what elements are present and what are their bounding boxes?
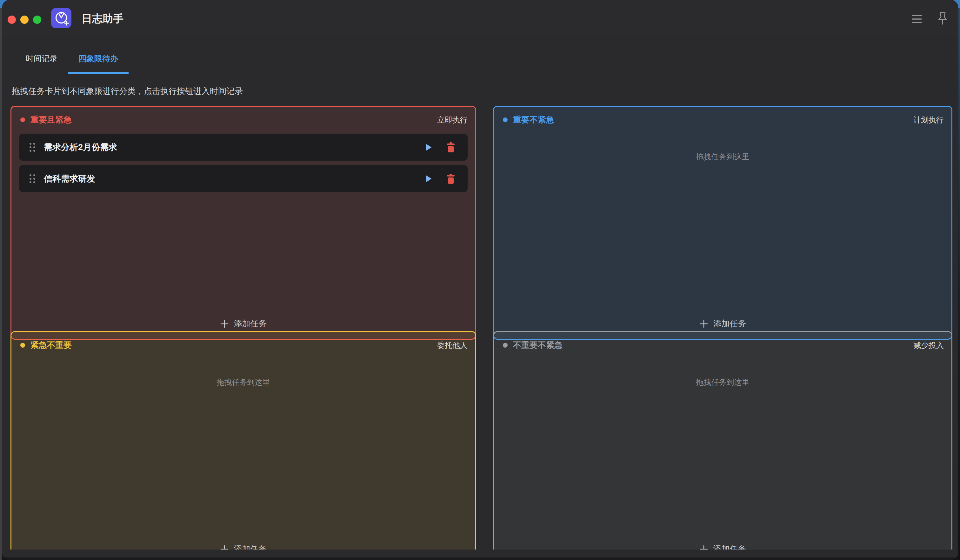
drag-handle-icon[interactable]	[30, 174, 35, 183]
trash-icon[interactable]	[446, 142, 455, 152]
task-card[interactable]: 信科需求研发	[19, 165, 468, 192]
task-drop-zone[interactable]: 需求分析2月份需求	[11, 125, 475, 339]
add-task-button[interactable]: 添加任务	[494, 544, 952, 549]
add-task-button[interactable]: 添加任务	[11, 544, 475, 549]
drop-placeholder: 拖拽任务到这里	[502, 377, 944, 387]
minimize-button[interactable]	[20, 16, 29, 24]
drop-placeholder: 拖拽任务到这里	[19, 377, 468, 387]
add-task-button[interactable]: 添加任务	[494, 318, 952, 329]
task-drop-zone[interactable]: 拖拽任务到这里	[494, 351, 952, 549]
quadrant-dot-icon	[20, 117, 25, 122]
task-card[interactable]: 需求分析2月份需求	[19, 134, 468, 161]
main-content: 时间记录 四象限待办 拖拽任务卡片到不同象限进行分类，点击执行按钮进入时间记录 …	[2, 37, 958, 549]
quadrant-title: 不重要不紧急	[513, 340, 563, 351]
add-task-label: 添加任务	[713, 544, 746, 549]
app-logo-clock-icon	[51, 8, 72, 28]
quadrant-strategy-label: 委托他人	[437, 340, 468, 350]
hamburger-menu-icon[interactable]	[908, 11, 926, 27]
close-button[interactable]	[8, 16, 16, 24]
quadrant-strategy-label: 计划执行	[914, 115, 944, 125]
window-title: 日志助手	[82, 0, 123, 37]
quadrant-title: 紧急不重要	[30, 340, 72, 351]
drag-handle-icon[interactable]	[30, 143, 35, 152]
tab-quadrant-todo[interactable]: 四象限待办	[68, 52, 129, 74]
quadrant-header: 不重要不紧急 减少投入	[494, 332, 952, 351]
add-task-label: 添加任务	[713, 318, 746, 329]
quadrant-important-urgent: 重要且紧急 立即执行 需求分析2月份需求	[11, 106, 476, 340]
quadrant-dot-icon	[503, 117, 507, 122]
add-task-button[interactable]: 添加任务	[11, 318, 475, 329]
task-title: 信科需求研发	[44, 173, 95, 184]
play-icon[interactable]	[426, 175, 432, 182]
task-drop-zone[interactable]: 拖拽任务到这里	[494, 125, 952, 339]
quadrant-header: 重要且紧急 立即执行	[11, 107, 475, 125]
quadrant-title: 重要不紧急	[513, 114, 554, 125]
desktop-edge-right	[958, 8, 960, 560]
tab-bar: 时间记录 四象限待办	[15, 52, 129, 74]
quadrant-header: 紧急不重要 委托他人	[11, 332, 475, 351]
titlebar: 日志助手	[2, 0, 958, 37]
pushpin-icon[interactable]	[934, 11, 952, 27]
quadrant-title: 重要且紧急	[30, 114, 72, 125]
quadrant-strategy-label: 立即执行	[437, 115, 468, 125]
task-drop-zone[interactable]: 拖拽任务到这里	[11, 351, 475, 549]
quadrant-not-important-not-urgent: 不重要不紧急 减少投入 拖拽任务到这里 添加任务	[493, 331, 952, 549]
quadrant-strategy-label: 减少投入	[914, 340, 944, 350]
quadrant-header: 重要不紧急 计划执行	[494, 107, 952, 125]
desktop-edge-left	[0, 8, 2, 560]
zoom-button[interactable]	[33, 16, 41, 24]
app-window: 日志助手 时间记录 四象限待办 拖拽任务卡片到不同象限进行分类，点击执行按钮进入…	[2, 0, 958, 560]
usage-hint: 拖拽任务卡片到不同象限进行分类，点击执行按钮进入时间记录	[12, 86, 243, 97]
add-task-label: 添加任务	[234, 544, 267, 549]
traffic-lights	[8, 16, 41, 24]
play-icon[interactable]	[426, 144, 432, 151]
quadrant-dot-icon	[20, 343, 25, 347]
trash-icon[interactable]	[446, 174, 455, 184]
quadrant-important-not-urgent: 重要不紧急 计划执行 拖拽任务到这里 添加任务	[493, 106, 952, 340]
quadrant-urgent-not-important: 紧急不重要 委托他人 拖拽任务到这里 添加任务	[11, 331, 476, 549]
add-task-label: 添加任务	[234, 318, 267, 329]
drop-placeholder: 拖拽任务到这里	[502, 152, 944, 162]
task-title: 需求分析2月份需求	[44, 142, 117, 153]
quadrant-dot-icon	[503, 343, 507, 347]
tab-time-record[interactable]: 时间记录	[15, 52, 68, 74]
